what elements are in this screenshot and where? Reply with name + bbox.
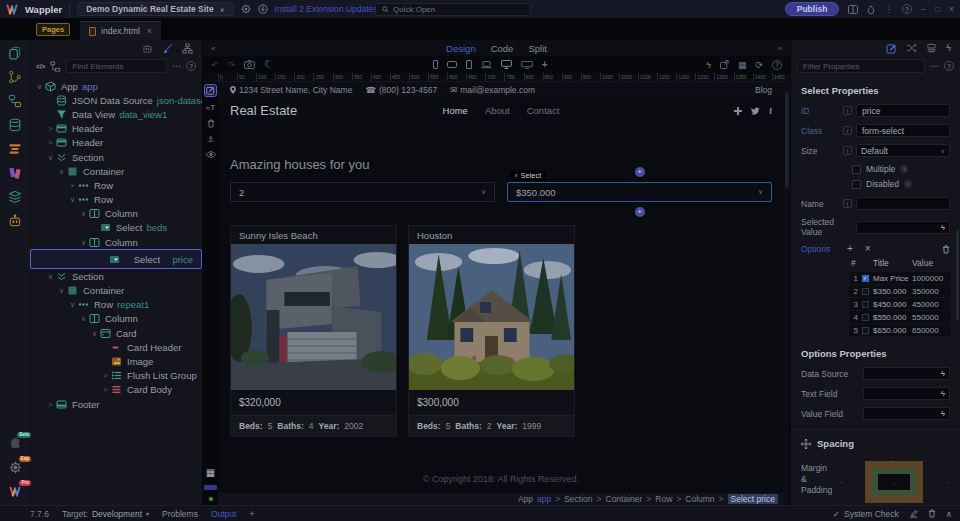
workflows-icon[interactable] [7, 93, 23, 109]
wappler-pro-icon[interactable]: Pro [7, 483, 23, 499]
option-title[interactable]: $550.000 [871, 313, 912, 322]
breadcrumb-item[interactable]: Container [606, 494, 643, 504]
margin-box[interactable]: - [865, 461, 923, 503]
multiple-checkbox[interactable] [852, 165, 861, 174]
open-browser-icon[interactable] [720, 60, 729, 69]
redo-icon[interactable]: ↷ [228, 60, 236, 70]
code-view-icon[interactable]: </> [36, 63, 45, 70]
breadcrumb-item[interactable]: Column [685, 494, 714, 504]
expand-down-icon[interactable]: ∨ [45, 272, 56, 281]
anchor-icon[interactable]: ⚓ [207, 135, 214, 144]
breadcrumb-item[interactable]: Select price [728, 494, 778, 504]
pages-panel-icon[interactable] [7, 45, 23, 61]
design-blocks-icon[interactable] [7, 165, 23, 181]
option-title[interactable]: $450.000 [871, 300, 912, 309]
tree-item[interactable]: >Header [30, 122, 202, 136]
tree-item[interactable]: ∨Container [30, 164, 202, 178]
breadcrumb-item[interactable]: Row [655, 494, 672, 504]
price-select[interactable]: ‹ Select + $350.000 ∨ + [507, 182, 772, 202]
option-title[interactable]: $650.000 [871, 326, 912, 335]
screenshot-camera-icon[interactable] [244, 60, 255, 69]
quick-open-search[interactable]: Quick Open [375, 3, 531, 16]
tree-item[interactable]: Data Viewdata_view1 [30, 107, 202, 121]
bolt-icon[interactable]: ϟ [941, 223, 945, 232]
menu-kebab-icon[interactable]: ⋮ [884, 4, 893, 14]
size-select[interactable]: Default ∨ [856, 144, 950, 157]
tab-design[interactable]: Design [446, 43, 476, 54]
nav-link-contact[interactable]: Contact [527, 105, 560, 116]
remove-option-button[interactable]: × [865, 244, 871, 254]
extensions-puzzle-icon[interactable]: Beta [7, 435, 23, 451]
move-resize-icon[interactable]: + [542, 59, 548, 70]
nav-link-about[interactable]: About [485, 105, 510, 116]
name-input[interactable] [856, 197, 950, 210]
system-check-button[interactable]: ✓ System Check [833, 509, 899, 519]
target-selector[interactable]: Target: Development ▾ [62, 509, 149, 519]
options-table-row[interactable]: 2$350.000350000 [849, 285, 950, 297]
scrollbar-thumb[interactable] [785, 92, 789, 188]
add-panel-button[interactable]: + [249, 509, 254, 519]
add-option-button[interactable]: + [847, 244, 853, 254]
expand-down-icon[interactable]: ∨ [56, 167, 67, 176]
margin-top-value[interactable]: - [892, 453, 894, 460]
expand-down-icon[interactable]: ∨ [89, 329, 100, 338]
collapse-right-icon[interactable]: » [778, 44, 782, 53]
shuffle-bindings-icon[interactable] [906, 43, 917, 53]
tree-item[interactable]: ∨Section [30, 150, 202, 164]
dark-mode-moon-icon[interactable]: ☾ [264, 58, 274, 71]
panel-scrollbar-thumb[interactable] [956, 230, 959, 320]
expand-right-icon[interactable]: > [67, 181, 78, 190]
sitemap-icon[interactable] [182, 43, 193, 54]
beds-select[interactable]: 2 ∨ [230, 182, 495, 202]
expand-down-icon[interactable]: ∨ [56, 286, 67, 295]
delete-trash-icon[interactable] [207, 119, 215, 128]
selected-value-input[interactable]: ϟ [856, 221, 950, 234]
ai-assistant-robot-icon[interactable] [7, 213, 23, 229]
trash-icon[interactable] [928, 509, 936, 518]
insert-before-button[interactable]: + [635, 167, 645, 177]
id-input[interactable] [856, 104, 950, 117]
property-card[interactable]: Houston$300,000Beds:5Baths:2Year:1999 [408, 225, 575, 437]
edit-properties-icon[interactable] [886, 43, 897, 54]
tab-close-icon[interactable]: × [147, 26, 152, 36]
tree-item[interactable]: ∨Column [30, 235, 202, 249]
problems-button[interactable]: Problems [162, 509, 198, 519]
value-field-input[interactable]: ϟ [863, 407, 950, 420]
help-icon[interactable]: ? [186, 61, 196, 71]
padding-box[interactable]: - [872, 468, 916, 496]
margin-left-value[interactable]: - [840, 478, 842, 485]
option-value[interactable]: 550000 [912, 313, 950, 322]
chevron-up-icon[interactable]: ∧ [946, 509, 952, 519]
options-table-row[interactable]: 4$550.000550000 [849, 311, 950, 323]
help-icon[interactable]: ? [944, 61, 954, 71]
components-grid-icon[interactable]: ▦ [738, 60, 747, 70]
dynamic-bolt-icon[interactable]: ϟ [706, 60, 711, 70]
option-selected-checkbox[interactable] [862, 327, 869, 334]
find-elements-input[interactable] [66, 59, 167, 73]
breadcrumb-item[interactable]: Section [564, 494, 592, 504]
blog-link[interactable]: Blog [755, 85, 772, 95]
page-heading[interactable]: Amazing houses for you [230, 157, 772, 172]
tree-item[interactable]: >Flush List Group [30, 369, 202, 383]
expand-down-icon[interactable]: ∨ [78, 238, 89, 247]
horizontal-scrollbar[interactable] [204, 485, 217, 490]
dynamic-bolt-icon[interactable]: ϟ [946, 43, 951, 53]
class-input[interactable] [856, 124, 950, 137]
option-selected-checkbox[interactable] [862, 288, 869, 295]
help-icon[interactable]: ? [772, 60, 782, 70]
clear-options-trash-icon[interactable] [942, 245, 950, 254]
edit-element-icon[interactable] [204, 84, 217, 97]
options-table-row[interactable]: 3$450.000450000 [849, 298, 950, 310]
close-button[interactable]: × [949, 4, 954, 14]
tree-item[interactable]: ∨Row [30, 193, 202, 207]
cleanup-drop-icon[interactable] [909, 509, 918, 518]
insert-after-button[interactable]: + [635, 207, 645, 217]
tree-item[interactable]: Card Header [30, 340, 202, 354]
expand-down-icon[interactable]: ∨ [34, 82, 45, 91]
text-tool-icon[interactable]: πT [206, 104, 215, 112]
layers-icon[interactable] [7, 189, 23, 205]
option-value[interactable]: 650000 [912, 326, 950, 335]
twitter-icon[interactable] [751, 107, 760, 115]
more-options-icon[interactable]: ⋯ [172, 61, 181, 71]
address-item[interactable]: 1234 Street Name, City Name [230, 85, 352, 95]
